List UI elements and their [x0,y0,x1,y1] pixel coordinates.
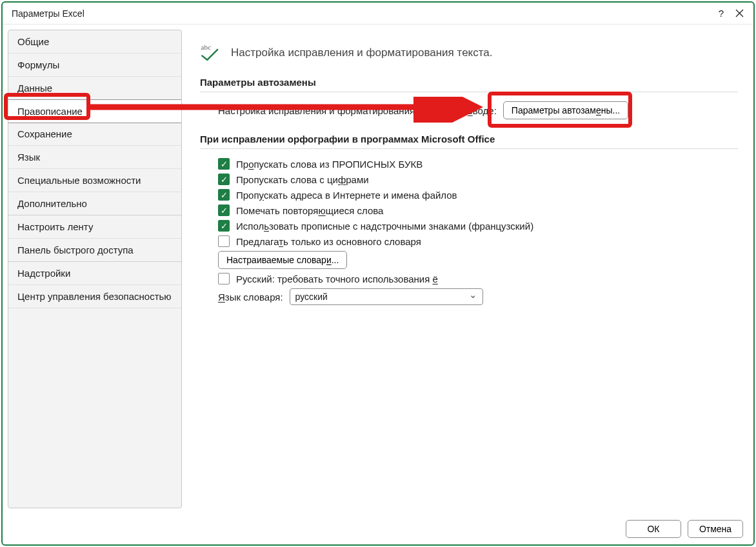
spelling-checkbox[interactable] [218,204,230,216]
sidebar-item-save[interactable]: Сохранение [8,123,181,146]
spelling-check-row: Предлагать только из основного словаря [218,235,738,247]
dictionary-language-select[interactable]: русский [290,288,483,305]
text: в [468,105,473,116]
sidebar-item-customize-ribbon[interactable]: Настроить ленту [8,215,181,239]
spelling-checkbox[interactable] [218,220,230,232]
content-panel: abc Настройка исправления и форматирован… [182,30,748,508]
spelling-check-label: Пропускать адреса в Интернете и имена фа… [236,190,457,201]
spelling-checkbox[interactable] [218,174,230,185]
ok-button[interactable]: ОК [626,520,681,538]
text: и [326,255,332,265]
spelling-check-label: Предлагать только из основного словаря [236,236,421,247]
content-header: abc Настройка исправления и форматирован… [200,41,738,64]
sidebar-item-quick-access[interactable]: Панель быстрого доступа [8,239,181,261]
divider [200,148,738,149]
text: Я [218,292,225,303]
help-button[interactable]: ? [712,5,730,23]
spelling-check-label: Пропускать слова из ПРОПИСНЫХ БУКВ [236,159,423,170]
sidebar-item-language[interactable]: Язык [8,146,181,169]
sidebar-item-advanced[interactable]: Дополнительно [8,192,181,215]
cancel-button[interactable]: Отмена [688,520,743,538]
spelling-check-row: Помечать повторяющиеся слова [218,204,738,216]
text: воде: [473,105,497,116]
section-autocorrect-title: Параметры автозамены [200,77,738,88]
sidebar: Общие Формулы Данные Правописание Сохран… [8,30,182,508]
sidebar-item-data[interactable]: Данные [8,77,181,100]
divider [200,92,738,92]
spelling-check-label: Помечать повторяющиеся слова [236,205,383,216]
russian-strict-yo-checkbox[interactable] [218,273,230,284]
svg-text:abc: abc [201,43,212,51]
spelling-check-row: Пропускать адреса в Интернете и имена фа… [218,189,738,201]
spelling-check-row: Пропускать слова из ПРОПИСНЫХ БУКВ [218,158,738,170]
text: Настройка исправления и форматирования т… [218,105,468,116]
sidebar-item-proofing[interactable]: Правописание [8,99,182,123]
russian-strict-yo-label: Русский: требовать точного использования… [236,274,438,284]
spelling-checkbox[interactable] [218,235,230,247]
titlebar: Параметры Excel ? [3,3,753,25]
content-header-text: Настройка исправления и форматирования т… [231,46,493,59]
russian-strict-yo-row: Русский: требовать точного использования… [218,273,738,284]
text: Параметры автозам [512,105,596,115]
spelling-check-row: Пропускать слова с цифрами [218,174,738,185]
close-button[interactable] [730,5,748,23]
proofing-icon: abc [200,41,221,64]
dialog-title: Параметры Excel [12,8,712,19]
dialog-footer: ОК Отмена [3,513,753,544]
sidebar-item-trust-center[interactable]: Центр управления безопасностью [8,285,181,308]
autocorrect-options-button[interactable]: Параметры автозамены... [503,101,628,119]
autocorrect-inline-label: Настройка исправления и форматирования т… [218,105,497,116]
text: ны... [601,105,620,115]
dictionary-language-label: Язык словаря: [218,292,283,303]
spelling-check-label: Использовать прописные с надстрочными зн… [236,221,533,232]
sidebar-item-formulas[interactable]: Формулы [8,54,181,77]
sidebar-item-accessibility[interactable]: Специальные возможности [8,169,181,192]
text: Русский: требовать точного использования [236,274,433,284]
spelling-checkbox[interactable] [218,189,230,201]
text: е [596,105,601,115]
dictionary-language-row: Язык словаря: русский [218,288,738,305]
options-dialog: Параметры Excel ? Общие Формулы Данные П… [1,1,755,546]
spelling-check-row: Использовать прописные с надстрочными зн… [218,220,738,232]
spelling-checkbox[interactable] [218,158,230,170]
section-spelling-title: При исправлении орфографии в программах … [200,134,738,144]
text: ... [332,255,339,265]
text: Настраиваемые словар [226,255,326,265]
spelling-check-label: Пропускать слова с цифрами [236,174,369,185]
custom-dictionaries-button[interactable]: Настраиваемые словари... [218,251,347,269]
autocorrect-row: Настройка исправления и форматирования т… [218,101,738,119]
text: зык словаря: [225,292,283,303]
sidebar-item-general[interactable]: Общие [8,30,181,54]
text: ё [433,274,438,284]
sidebar-item-addins[interactable]: Надстройки [8,261,181,285]
select-value: русский [295,292,328,302]
